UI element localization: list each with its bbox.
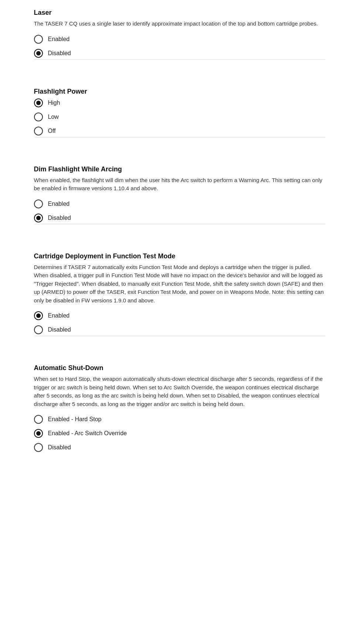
radio-item-flashlight-power-2[interactable]: Off — [34, 127, 325, 135]
section-title-cartridge-deployment: Cartridge Deployment in Function Test Mo… — [34, 252, 325, 260]
radio-label-dim-flashlight-0: Enabled — [48, 201, 70, 207]
section-laser: LaserThe TASER 7 CQ uses a single laser … — [34, 9, 325, 74]
radio-group-laser: EnabledDisabled — [34, 35, 325, 58]
radio-label-automatic-shutdown-1: Enabled - Arc Switch Override — [48, 430, 127, 437]
radio-circle-dim-flashlight-1[interactable] — [34, 214, 43, 222]
radio-circle-flashlight-power-0[interactable] — [34, 98, 43, 107]
radio-circle-cartridge-deployment-0[interactable] — [34, 311, 43, 320]
radio-label-flashlight-power-0: High — [48, 100, 60, 106]
radio-circle-flashlight-power-2[interactable] — [34, 127, 43, 135]
radio-label-dim-flashlight-1: Disabled — [48, 215, 71, 221]
radio-item-dim-flashlight-0[interactable]: Enabled — [34, 199, 325, 208]
section-description-cartridge-deployment: Determines if TASER 7 automatically exit… — [34, 263, 325, 305]
section-description-automatic-shutdown: When set to Hard Stop, the weapon automa… — [34, 375, 325, 408]
radio-label-automatic-shutdown-2: Disabled — [48, 444, 71, 451]
section-flashlight-power: Flashlight PowerHighLowOff — [34, 88, 325, 152]
radio-item-laser-1[interactable]: Disabled — [34, 49, 325, 58]
divider-2 — [34, 224, 325, 224]
radio-circle-flashlight-power-1[interactable] — [34, 113, 43, 121]
radio-label-laser-0: Enabled — [48, 36, 70, 43]
divider-0 — [34, 59, 325, 60]
radio-group-flashlight-power: HighLowOff — [34, 98, 325, 135]
radio-label-automatic-shutdown-0: Enabled - Hard Stop — [48, 416, 102, 423]
radio-circle-automatic-shutdown-1[interactable] — [34, 429, 43, 438]
radio-group-dim-flashlight: EnabledDisabled — [34, 199, 325, 222]
section-title-dim-flashlight: Dim Flashlight While Arcing — [34, 165, 325, 173]
radio-circle-cartridge-deployment-1[interactable] — [34, 325, 43, 334]
section-description-laser: The TASER 7 CQ uses a single laser to id… — [34, 20, 325, 28]
radio-circle-automatic-shutdown-0[interactable] — [34, 415, 43, 424]
section-title-laser: Laser — [34, 9, 325, 17]
section-automatic-shutdown: Automatic Shut-DownWhen set to Hard Stop… — [34, 364, 325, 455]
radio-circle-laser-1[interactable] — [34, 49, 43, 58]
radio-item-cartridge-deployment-0[interactable]: Enabled — [34, 311, 325, 320]
radio-label-cartridge-deployment-1: Disabled — [48, 326, 71, 333]
radio-item-automatic-shutdown-2[interactable]: Disabled — [34, 443, 325, 452]
radio-circle-automatic-shutdown-2[interactable] — [34, 443, 43, 452]
radio-label-flashlight-power-1: Low — [48, 114, 59, 120]
radio-item-dim-flashlight-1[interactable]: Disabled — [34, 214, 325, 222]
radio-label-laser-1: Disabled — [48, 50, 71, 57]
section-title-automatic-shutdown: Automatic Shut-Down — [34, 364, 325, 372]
radio-group-automatic-shutdown: Enabled - Hard StopEnabled - Arc Switch … — [34, 415, 325, 452]
radio-label-cartridge-deployment-0: Enabled — [48, 312, 70, 319]
section-cartridge-deployment: Cartridge Deployment in Function Test Mo… — [34, 252, 325, 351]
radio-item-laser-0[interactable]: Enabled — [34, 35, 325, 44]
radio-circle-laser-0[interactable] — [34, 35, 43, 44]
section-dim-flashlight: Dim Flashlight While ArcingWhen enabled,… — [34, 165, 325, 239]
divider-1 — [34, 137, 325, 137]
radio-item-flashlight-power-0[interactable]: High — [34, 98, 325, 107]
radio-group-cartridge-deployment: EnabledDisabled — [34, 311, 325, 334]
radio-label-flashlight-power-2: Off — [48, 128, 56, 134]
radio-item-automatic-shutdown-0[interactable]: Enabled - Hard Stop — [34, 415, 325, 424]
radio-item-automatic-shutdown-1[interactable]: Enabled - Arc Switch Override — [34, 429, 325, 438]
section-title-flashlight-power: Flashlight Power — [34, 88, 325, 95]
radio-item-cartridge-deployment-1[interactable]: Disabled — [34, 325, 325, 334]
radio-item-flashlight-power-1[interactable]: Low — [34, 113, 325, 121]
page-container: LaserThe TASER 7 CQ uses a single laser … — [28, 0, 331, 477]
divider-3 — [34, 336, 325, 336]
section-description-dim-flashlight: When enabled, the flashlight will dim wh… — [34, 176, 325, 193]
radio-circle-dim-flashlight-0[interactable] — [34, 199, 43, 208]
